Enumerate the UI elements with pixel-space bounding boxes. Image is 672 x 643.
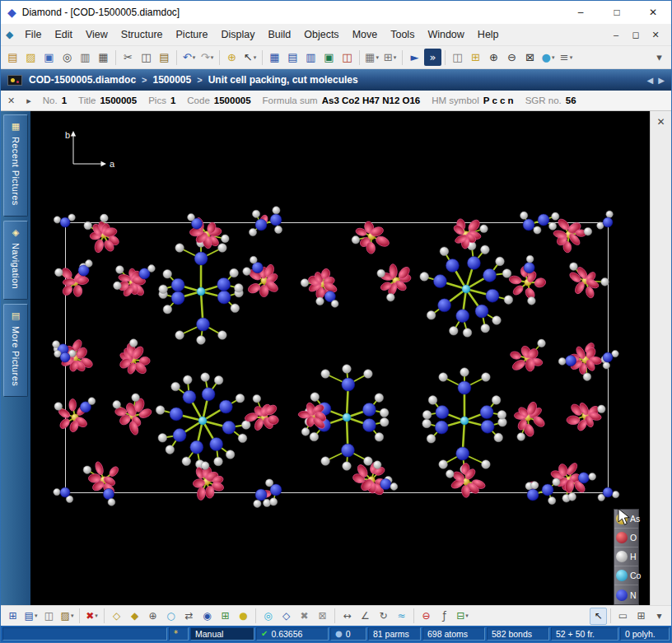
- close-pane-icon[interactable]: ✕: [656, 116, 665, 128]
- measure-distances-icon[interactable]: ↔: [338, 608, 356, 625]
- undo-icon[interactable]: ↶▾: [180, 49, 198, 66]
- toolbar-overflow-icon[interactable]: ▾: [651, 608, 668, 625]
- menu-structure[interactable]: Structure: [114, 26, 170, 44]
- complete-fragments-icon[interactable]: ◉: [198, 608, 216, 625]
- new-picture-icon: ▤: [25, 611, 34, 621]
- save-icon[interactable]: ▣: [40, 49, 58, 66]
- grid-overlay-icon[interactable]: ⊞: [632, 608, 650, 625]
- copy-icon[interactable]: ◫: [138, 49, 155, 66]
- add-all-atoms-icon[interactable]: ◆: [126, 608, 143, 625]
- menu-file[interactable]: File: [18, 26, 48, 44]
- dropdown-arrow-icon: ▾: [35, 613, 38, 619]
- expand-toolbar-icon[interactable]: »: [424, 49, 441, 66]
- close-button[interactable]: ✕: [635, 1, 671, 24]
- zoom-out-icon[interactable]: ⊖: [503, 49, 520, 66]
- pointer-mode-icon[interactable]: ↖: [590, 608, 607, 625]
- delete-picture-icon[interactable]: ✖▾: [83, 608, 100, 625]
- paste-icon[interactable]: ▤: [156, 49, 173, 66]
- legend-entry-co[interactable]: Co: [614, 566, 638, 585]
- fill-unit-cell-icon[interactable]: ⊞: [217, 608, 234, 625]
- tables-menu-icon[interactable]: ▦▾: [363, 49, 380, 66]
- play-video-icon[interactable]: ►: [406, 49, 423, 66]
- packing-icon[interactable]: ●: [235, 608, 252, 625]
- legend-entry-as[interactable]: As: [614, 510, 638, 529]
- breadcrumb-next-icon[interactable]: ▶: [658, 76, 665, 85]
- measure-torsions-icon[interactable]: ↻: [375, 608, 392, 625]
- tile-windows-icon[interactable]: ⊞: [467, 49, 484, 66]
- close-infobar-icon[interactable]: ✕: [7, 96, 15, 106]
- menu-display[interactable]: Display: [214, 26, 261, 44]
- breadcrumb-segment-0[interactable]: COD-1500005.diamdoc: [29, 74, 136, 86]
- mdi-restore-button[interactable]: ◻: [628, 30, 643, 40]
- pan-mode-icon[interactable]: ⊕: [223, 49, 240, 66]
- menu-view[interactable]: View: [79, 26, 114, 44]
- open-document-icon[interactable]: ▨: [22, 49, 40, 66]
- redo-icon[interactable]: ↷▾: [198, 49, 216, 66]
- record-nav-icon[interactable]: ▸: [26, 96, 31, 106]
- mdi-minimize-button[interactable]: –: [609, 30, 623, 40]
- find-icon[interactable]: ◎: [58, 49, 76, 66]
- maximize-button[interactable]: □: [599, 1, 635, 24]
- connect-atoms-icon[interactable]: ⇄: [180, 608, 198, 625]
- new-window-icon[interactable]: ◫: [449, 49, 466, 66]
- add-atoms-icon[interactable]: ◇: [108, 608, 125, 625]
- menu-items: FileEditViewStructurePictureDisplayBuild…: [18, 26, 607, 44]
- breadcrumb-prev-icon[interactable]: ◀: [647, 76, 654, 85]
- copy-picture-icon[interactable]: ◫: [40, 608, 58, 625]
- new-document-icon[interactable]: ▤: [4, 49, 21, 66]
- remove-atoms-icon[interactable]: ✖: [296, 608, 313, 625]
- new-table-view-icon[interactable]: ⊞: [4, 608, 21, 625]
- distances-table-icon[interactable]: ▣: [320, 49, 338, 66]
- data-sheet-icon[interactable]: ▦: [266, 49, 283, 66]
- menu-window[interactable]: Window: [421, 26, 470, 44]
- picture-options-icon[interactable]: ▨▾: [58, 608, 76, 625]
- print-preview-icon[interactable]: ▥: [77, 49, 94, 66]
- legend-entry-o[interactable]: O: [614, 529, 638, 547]
- sidebar-tab-recent-pictures[interactable]: ▦Recent Pictures: [3, 114, 28, 217]
- select-mode-icon[interactable]: ↖▾: [241, 49, 259, 66]
- new-picture-icon[interactable]: ▤▾: [22, 608, 40, 625]
- diagram-icon[interactable]: ⊞▾: [381, 49, 399, 66]
- remove-bonds-icon[interactable]: ⊠: [314, 608, 331, 625]
- polyhedra-icon[interactable]: ◇: [278, 608, 295, 625]
- toolbar-separator: [445, 50, 446, 65]
- menu-tools[interactable]: Tools: [384, 26, 421, 44]
- breadcrumb-segment-2[interactable]: Unit cell packing, cut molecules: [208, 74, 358, 86]
- angles-table-icon[interactable]: ◫: [338, 49, 356, 66]
- print-icon[interactable]: ▦: [95, 49, 112, 66]
- menu-move[interactable]: Move: [346, 26, 385, 44]
- hydrogen-bonds-icon[interactable]: ≈: [393, 608, 410, 625]
- sidebar-tab-more-pictures[interactable]: ▤More Pictures: [3, 304, 28, 397]
- properties-icon[interactable]: ƒ: [436, 608, 453, 625]
- menu-help[interactable]: Help: [471, 26, 506, 44]
- legend-entry-n[interactable]: N: [614, 585, 638, 604]
- coordination-sphere-icon[interactable]: ◎: [259, 608, 277, 625]
- destroy-measurements-icon[interactable]: ⊖: [418, 608, 435, 625]
- properties-icon: ƒ: [442, 611, 446, 621]
- fit-to-window-icon[interactable]: ⊠: [521, 49, 539, 66]
- cut-icon[interactable]: ✂: [119, 49, 137, 66]
- mdi-close-button[interactable]: ✕: [648, 30, 663, 40]
- sidebar-tab-navigation[interactable]: ◈Navigation: [3, 221, 28, 300]
- breadcrumb-segment-1[interactable]: 1500005: [153, 74, 192, 86]
- zoom-in-icon[interactable]: ⊕: [485, 49, 502, 66]
- measure-angles-icon[interactable]: ∠: [357, 608, 374, 625]
- menu-picture[interactable]: Picture: [170, 26, 215, 44]
- menu-build[interactable]: Build: [261, 26, 297, 44]
- attach-hydrogens-icon[interactable]: ○: [162, 608, 180, 625]
- render-sphere-icon[interactable]: ●▾: [539, 49, 557, 66]
- ruler-icon[interactable]: ▭: [614, 608, 632, 625]
- legend-entry-h[interactable]: H: [614, 547, 638, 566]
- molecule-oxo: [508, 255, 546, 305]
- picture-options-icon: ▨: [61, 611, 70, 621]
- toolbar-overflow-icon[interactable]: ▾: [651, 49, 668, 66]
- data-brick-icon[interactable]: ▤: [284, 49, 301, 66]
- viewing-direction-icon[interactable]: ⊟▾: [454, 608, 471, 625]
- menu-objects[interactable]: Objects: [297, 26, 345, 44]
- menu-edit[interactable]: Edit: [48, 26, 79, 44]
- pictures-table-icon[interactable]: ▥: [302, 49, 320, 66]
- grow-shell-icon[interactable]: ⊕: [144, 608, 161, 625]
- minimize-button[interactable]: –: [562, 1, 599, 24]
- structure-canvas[interactable]: ba AsOHCoN: [30, 111, 650, 605]
- display-options-icon[interactable]: ≡▾: [558, 49, 575, 66]
